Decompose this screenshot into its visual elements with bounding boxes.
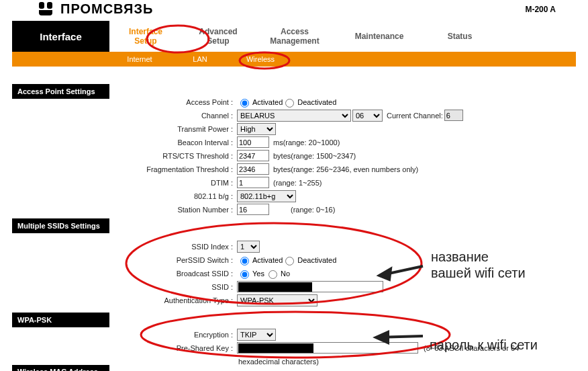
- radio-perssid-deactivated[interactable]: [285, 257, 294, 265]
- logo-icon: [39, 2, 56, 17]
- radio-broadcast-yes[interactable]: [240, 270, 249, 279]
- tab-advanced-setup[interactable]: AdvancedSetup: [182, 21, 254, 52]
- radio-perssid-deactivated-label: Deactivated: [297, 256, 336, 264]
- radio-ap-deactivated-label: Deactivated: [297, 98, 336, 106]
- brand-text: ПРОМСВЯЗЬ: [60, 1, 153, 17]
- label-preshared-key: Pre-Shared Key :: [109, 344, 237, 352]
- input-beacon-interval[interactable]: [237, 136, 269, 148]
- label-frag-threshold: Fragmentation Threshold :: [109, 165, 237, 173]
- model-label: M-200 A: [525, 5, 556, 14]
- radio-broadcast-no-label: No: [281, 270, 290, 278]
- select-channel-country[interactable]: BELARUS: [237, 110, 351, 122]
- radio-perssid-activated-label: Activated: [252, 256, 283, 264]
- label-ssid-index: SSID Index :: [109, 243, 237, 251]
- select-channel-num[interactable]: 06: [352, 110, 383, 122]
- input-rts-threshold[interactable]: [237, 150, 269, 161]
- label-rts-threshold: RTS/CTS Threshold :: [109, 152, 237, 160]
- redaction-ssid: [238, 282, 312, 292]
- redaction-psk: [238, 343, 313, 353]
- hint-dtim: (range: 1~255): [273, 179, 322, 187]
- label-encryption: Encryption :: [109, 331, 237, 339]
- radio-ap-activated[interactable]: [240, 99, 249, 108]
- subtab-internet[interactable]: Internet: [109, 55, 170, 63]
- label-perssid-switch: PerSSID Switch :: [109, 256, 237, 264]
- section-access-point: Access Point Settings: [12, 84, 109, 99]
- subtab-wireless[interactable]: Wireless: [230, 55, 291, 63]
- hint-station: (range: 0~16): [291, 206, 335, 214]
- label-dtim: DTIM :: [109, 179, 237, 187]
- radio-broadcast-yes-label: Yes: [252, 270, 264, 278]
- select-80211-mode[interactable]: 802.11b+g: [237, 190, 296, 202]
- input-frag-threshold[interactable]: [237, 163, 269, 175]
- label-station-number: Station Number :: [109, 206, 237, 214]
- hint-psk-2: hexadecimal characters): [238, 358, 319, 366]
- nav-section-title: Interface: [12, 21, 109, 52]
- select-ssid-index[interactable]: 1: [237, 241, 260, 253]
- field-current-channel: [444, 110, 463, 121]
- radio-perssid-activated[interactable]: [240, 257, 249, 265]
- label-auth-type: Authentication Type :: [109, 296, 237, 304]
- main-nav: Interface InterfaceSetup AdvancedSetup A…: [12, 21, 576, 52]
- label-broadcast-ssid: Broadcast SSID :: [109, 270, 237, 278]
- select-auth-type[interactable]: WPA-PSK: [237, 294, 317, 306]
- hint-beacon: ms(range: 20~1000): [273, 138, 340, 147]
- subtab-lan[interactable]: LAN: [170, 55, 230, 63]
- label-current-channel: Current Channel:: [387, 112, 443, 120]
- hint-rts: bytes(range: 1500~2347): [273, 152, 356, 160]
- label-beacon-interval: Beacon Interval :: [109, 138, 237, 147]
- anno-text-psk: пароль к wifi сети: [430, 337, 538, 353]
- label-80211bg: 802.11 b/g :: [109, 192, 237, 200]
- radio-broadcast-no[interactable]: [268, 270, 277, 279]
- tab-interface-setup[interactable]: InterfaceSetup: [109, 21, 182, 52]
- brand-logo: ПРОМСВЯЗЬ: [39, 1, 153, 17]
- label-access-point: Access Point :: [109, 98, 237, 106]
- input-dtim[interactable]: [237, 177, 269, 188]
- tab-status[interactable]: Status: [424, 21, 496, 52]
- radio-ap-deactivated[interactable]: [285, 99, 294, 108]
- label-channel: Channel :: [109, 112, 237, 120]
- section-multiple-ssids: Multiple SSIDs Settings: [12, 218, 109, 233]
- sub-nav: Internet LAN Wireless: [12, 52, 576, 67]
- select-encryption[interactable]: TKIP: [237, 329, 276, 341]
- anno-text-ssid: названиевашей wifi сети: [431, 249, 526, 281]
- hint-frag: bytes(range: 256~2346, even numbers only…: [273, 165, 418, 173]
- label-transmit-power: Transmit Power :: [109, 125, 237, 133]
- section-wpa-psk: WPA-PSK: [12, 313, 109, 327]
- input-station-number[interactable]: [237, 204, 269, 215]
- section-mac-filter: Wireless MAC Address Filter: [12, 365, 109, 371]
- tab-access-management[interactable]: AccessManagement: [254, 21, 335, 52]
- radio-ap-activated-label: Activated: [252, 98, 283, 106]
- select-transmit-power[interactable]: High: [237, 123, 276, 135]
- label-ssid: SSID :: [109, 283, 237, 291]
- tab-maintenance[interactable]: Maintenance: [335, 21, 424, 52]
